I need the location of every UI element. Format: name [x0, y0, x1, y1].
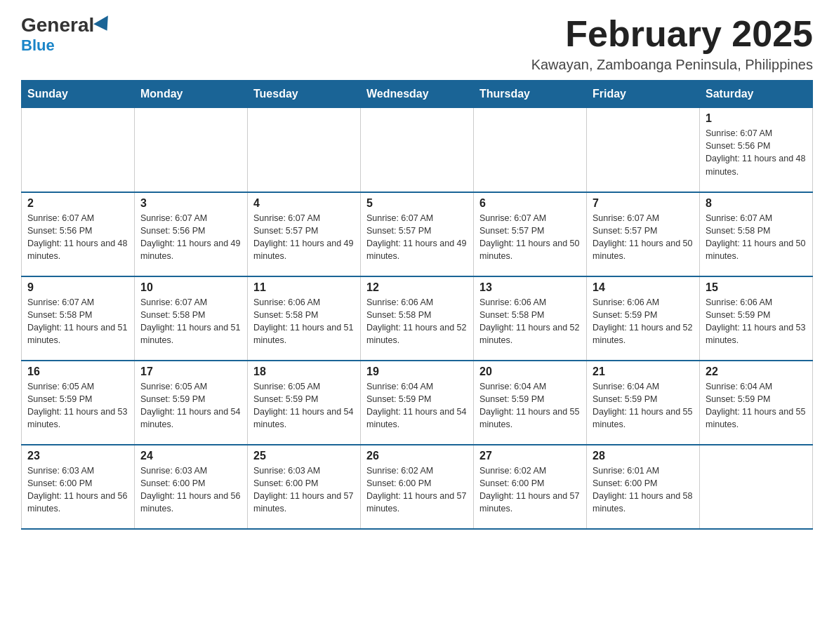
- logo-text: General: [21, 14, 114, 36]
- logo-general: General: [21, 14, 94, 36]
- day-number: 27: [479, 450, 581, 462]
- day-number: 2: [27, 197, 128, 210]
- day-info: Sunrise: 6:07 AM Sunset: 5:57 PM Dayligh…: [479, 212, 581, 263]
- calendar-cell: 15Sunrise: 6:06 AM Sunset: 5:59 PM Dayli…: [700, 276, 813, 361]
- day-number: 18: [253, 365, 355, 378]
- day-number: 14: [593, 281, 694, 294]
- day-number: 3: [140, 197, 241, 210]
- calendar-cell: 3Sunrise: 6:07 AM Sunset: 5:56 PM Daylig…: [135, 192, 248, 276]
- page-header: General Blue February 2025 Kawayan, Zamb…: [21, 14, 813, 73]
- logo-blue-text: Blue: [21, 36, 55, 55]
- calendar-cell: [22, 108, 135, 192]
- day-number: 17: [140, 365, 241, 378]
- header-day-thursday: Thursday: [474, 81, 587, 108]
- day-info: Sunrise: 6:03 AM Sunset: 6:00 PM Dayligh…: [140, 464, 241, 516]
- day-info: Sunrise: 6:06 AM Sunset: 5:58 PM Dayligh…: [366, 296, 468, 347]
- day-info: Sunrise: 6:07 AM Sunset: 5:57 PM Dayligh…: [253, 212, 355, 263]
- logo-blue: Blue: [21, 36, 55, 54]
- day-info: Sunrise: 6:03 AM Sunset: 6:00 PM Dayligh…: [253, 464, 355, 516]
- header-day-saturday: Saturday: [700, 81, 813, 108]
- day-info: Sunrise: 6:05 AM Sunset: 5:59 PM Dayligh…: [140, 380, 241, 431]
- day-number: 12: [366, 281, 468, 294]
- day-info: Sunrise: 6:07 AM Sunset: 5:57 PM Dayligh…: [593, 212, 694, 263]
- day-number: 1: [706, 112, 807, 125]
- calendar-cell: 25Sunrise: 6:03 AM Sunset: 6:00 PM Dayli…: [248, 445, 361, 529]
- calendar-cell: 10Sunrise: 6:07 AM Sunset: 5:58 PM Dayli…: [135, 276, 248, 361]
- header-day-monday: Monday: [135, 81, 248, 108]
- day-number: 16: [27, 365, 128, 378]
- week-row-1: 1Sunrise: 6:07 AM Sunset: 5:56 PM Daylig…: [22, 108, 813, 192]
- day-info: Sunrise: 6:07 AM Sunset: 5:58 PM Dayligh…: [27, 296, 128, 347]
- calendar-cell: 11Sunrise: 6:06 AM Sunset: 5:58 PM Dayli…: [248, 276, 361, 361]
- calendar-cell: 26Sunrise: 6:02 AM Sunset: 6:00 PM Dayli…: [361, 445, 474, 529]
- calendar-cell: [474, 108, 587, 192]
- calendar-cell: 27Sunrise: 6:02 AM Sunset: 6:00 PM Dayli…: [474, 445, 587, 529]
- day-info: Sunrise: 6:06 AM Sunset: 5:59 PM Dayligh…: [706, 296, 807, 347]
- calendar-cell: 2Sunrise: 6:07 AM Sunset: 5:56 PM Daylig…: [22, 192, 135, 276]
- day-number: 15: [706, 281, 807, 294]
- calendar-cell: 12Sunrise: 6:06 AM Sunset: 5:58 PM Dayli…: [361, 276, 474, 361]
- header-day-wednesday: Wednesday: [361, 81, 474, 108]
- calendar-cell: 1Sunrise: 6:07 AM Sunset: 5:56 PM Daylig…: [700, 108, 813, 192]
- calendar-cell: 21Sunrise: 6:04 AM Sunset: 5:59 PM Dayli…: [587, 361, 700, 445]
- calendar-cell: [587, 108, 700, 192]
- day-info: Sunrise: 6:03 AM Sunset: 6:00 PM Dayligh…: [27, 464, 128, 516]
- calendar-cell: 19Sunrise: 6:04 AM Sunset: 5:59 PM Dayli…: [361, 361, 474, 445]
- day-info: Sunrise: 6:04 AM Sunset: 5:59 PM Dayligh…: [593, 380, 694, 431]
- calendar-cell: 7Sunrise: 6:07 AM Sunset: 5:57 PM Daylig…: [587, 192, 700, 276]
- week-row-3: 9Sunrise: 6:07 AM Sunset: 5:58 PM Daylig…: [22, 276, 813, 361]
- day-info: Sunrise: 6:06 AM Sunset: 5:58 PM Dayligh…: [253, 296, 355, 347]
- calendar-body: 1Sunrise: 6:07 AM Sunset: 5:56 PM Daylig…: [22, 108, 813, 529]
- calendar-cell: 8Sunrise: 6:07 AM Sunset: 5:58 PM Daylig…: [700, 192, 813, 276]
- day-info: Sunrise: 6:06 AM Sunset: 5:59 PM Dayligh…: [593, 296, 694, 347]
- day-number: 4: [253, 197, 355, 210]
- day-number: 25: [253, 450, 355, 462]
- header-day-tuesday: Tuesday: [248, 81, 361, 108]
- day-info: Sunrise: 6:07 AM Sunset: 5:56 PM Dayligh…: [706, 127, 807, 178]
- calendar-cell: 9Sunrise: 6:07 AM Sunset: 5:58 PM Daylig…: [22, 276, 135, 361]
- week-row-2: 2Sunrise: 6:07 AM Sunset: 5:56 PM Daylig…: [22, 192, 813, 276]
- calendar-cell: [135, 108, 248, 192]
- calendar-cell: 28Sunrise: 6:01 AM Sunset: 6:00 PM Dayli…: [587, 445, 700, 529]
- day-number: 10: [140, 281, 241, 294]
- day-number: 9: [27, 281, 128, 294]
- day-number: 19: [366, 365, 468, 378]
- day-number: 28: [593, 450, 694, 462]
- logo-arrow-icon: [93, 15, 114, 35]
- week-row-5: 23Sunrise: 6:03 AM Sunset: 6:00 PM Dayli…: [22, 445, 813, 529]
- calendar-cell: 17Sunrise: 6:05 AM Sunset: 5:59 PM Dayli…: [135, 361, 248, 445]
- day-info: Sunrise: 6:02 AM Sunset: 6:00 PM Dayligh…: [366, 464, 468, 516]
- day-info: Sunrise: 6:07 AM Sunset: 5:58 PM Dayligh…: [706, 212, 807, 263]
- header-day-friday: Friday: [587, 81, 700, 108]
- calendar-cell: [700, 445, 813, 529]
- week-row-4: 16Sunrise: 6:05 AM Sunset: 5:59 PM Dayli…: [22, 361, 813, 445]
- calendar-header: SundayMondayTuesdayWednesdayThursdayFrid…: [22, 81, 813, 108]
- title-section: February 2025 Kawayan, Zamboanga Peninsu…: [531, 14, 813, 73]
- calendar-cell: [361, 108, 474, 192]
- day-info: Sunrise: 6:02 AM Sunset: 6:00 PM Dayligh…: [479, 464, 581, 516]
- day-number: 8: [706, 197, 807, 210]
- calendar-cell: 6Sunrise: 6:07 AM Sunset: 5:57 PM Daylig…: [474, 192, 587, 276]
- calendar-cell: 4Sunrise: 6:07 AM Sunset: 5:57 PM Daylig…: [248, 192, 361, 276]
- calendar-cell: [248, 108, 361, 192]
- calendar-cell: 22Sunrise: 6:04 AM Sunset: 5:59 PM Dayli…: [700, 361, 813, 445]
- calendar-cell: 16Sunrise: 6:05 AM Sunset: 5:59 PM Dayli…: [22, 361, 135, 445]
- day-number: 11: [253, 281, 355, 294]
- logo: General Blue: [21, 14, 114, 55]
- calendar-cell: 13Sunrise: 6:06 AM Sunset: 5:58 PM Dayli…: [474, 276, 587, 361]
- day-number: 13: [479, 281, 581, 294]
- day-number: 22: [706, 365, 807, 378]
- day-info: Sunrise: 6:05 AM Sunset: 5:59 PM Dayligh…: [253, 380, 355, 431]
- day-info: Sunrise: 6:07 AM Sunset: 5:56 PM Dayligh…: [27, 212, 128, 263]
- day-number: 23: [27, 450, 128, 462]
- day-number: 26: [366, 450, 468, 462]
- header-row: SundayMondayTuesdayWednesdayThursdayFrid…: [22, 81, 813, 108]
- month-title: February 2025: [531, 14, 813, 54]
- day-info: Sunrise: 6:04 AM Sunset: 5:59 PM Dayligh…: [479, 380, 581, 431]
- day-info: Sunrise: 6:05 AM Sunset: 5:59 PM Dayligh…: [27, 380, 128, 431]
- day-info: Sunrise: 6:01 AM Sunset: 6:00 PM Dayligh…: [593, 464, 694, 516]
- calendar-cell: 14Sunrise: 6:06 AM Sunset: 5:59 PM Dayli…: [587, 276, 700, 361]
- day-number: 7: [593, 197, 694, 210]
- calendar-cell: 20Sunrise: 6:04 AM Sunset: 5:59 PM Dayli…: [474, 361, 587, 445]
- day-info: Sunrise: 6:07 AM Sunset: 5:58 PM Dayligh…: [140, 296, 241, 347]
